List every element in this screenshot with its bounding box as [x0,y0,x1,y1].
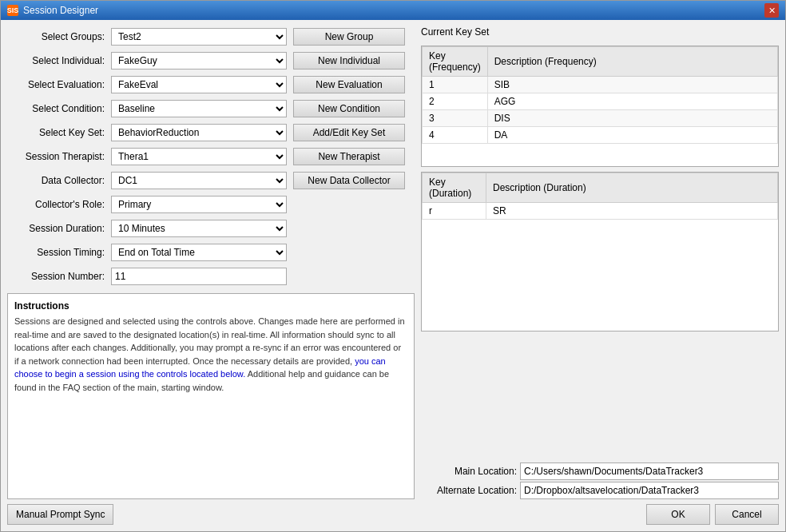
main-content: Select Groups: Test2 New Group Select In… [7,26,779,499]
dur-desc-header: Description (Duration) [486,173,778,203]
left-panel: Select Groups: Test2 New Group Select In… [7,26,415,499]
session-therapist-dropdown[interactable]: Thera1 [111,148,287,165]
instructions-text-body: Sessions are designed and selected using… [14,316,405,392]
select-evaluation-row: Select Evaluation: FakeEval New Evaluati… [7,74,415,95]
instructions-box: Instructions Sessions are designed and s… [7,293,415,499]
instructions-text: Sessions are designed and selected using… [14,315,407,394]
alternate-location-label: Alternate Location: [421,485,517,496]
select-individual-label: Select Individual: [7,55,111,66]
session-number-row: Session Number: [7,266,415,287]
alternate-location-row: Alternate Location: D:/Dropbox/altsavelo… [421,482,779,499]
freq-key-1: 1 [423,77,488,93]
session-duration-dropdown[interactable]: 10 Minutes [111,220,287,237]
table-row: 1 SIB [423,77,778,93]
session-timing-label: Session Timing: [7,247,111,258]
session-timing-dropdown[interactable]: End on Total Time [111,244,287,261]
title-bar: SIS Session Designer ✕ [1,1,785,20]
select-keyset-label: Select Key Set: [7,127,111,138]
cancel-button[interactable]: Cancel [715,504,779,525]
data-collector-label: Data Collector: [7,175,111,186]
select-condition-row: Select Condition: Baseline New Condition [7,98,415,119]
data-collector-row: Data Collector: DC1 New Data Collector [7,170,415,191]
collectors-role-dropdown[interactable]: Primary [111,196,287,213]
title-bar-left: SIS Session Designer [7,5,98,16]
select-condition-dropdown[interactable]: Baseline [111,100,287,117]
freq-desc-header: Description (Frequency) [487,47,777,77]
locations-section: Main Location: C:/Users/shawn/Documents/… [421,461,779,499]
select-groups-label: Select Groups: [7,31,111,42]
ok-cancel-group: OK Cancel [646,504,779,525]
select-individual-dropdown[interactable]: FakeGuy [111,52,287,69]
select-keyset-dropdown[interactable]: BehaviorReduction [111,124,287,141]
collectors-role-label: Collector's Role: [7,199,111,210]
table-row: 3 DIS [423,110,778,127]
session-duration-label: Session Duration: [7,223,111,234]
freq-desc-2: AGG [487,93,777,110]
frequency-key-table: Key (Frequency) Description (Frequency) … [421,46,779,167]
select-condition-label: Select Condition: [7,103,111,114]
alternate-location-value: D:/Dropbox/altsavelocation/DataTracker3 [520,482,779,499]
window-body: Select Groups: Test2 New Group Select In… [1,20,785,531]
freq-desc-1: SIB [487,77,777,93]
select-groups-row: Select Groups: Test2 New Group [7,26,415,47]
close-button[interactable]: ✕ [764,3,779,18]
session-designer-window: SIS Session Designer ✕ Select Groups: Te… [0,0,786,532]
main-location-row: Main Location: C:/Users/shawn/Documents/… [421,463,779,480]
collectors-role-row: Collector's Role: Primary [7,194,415,215]
app-icon: SIS [7,5,18,16]
new-condition-button[interactable]: New Condition [293,100,405,117]
freq-key-3: 3 [423,110,488,127]
right-panel: Current Key Set Key (Frequency) Descript… [421,26,779,499]
session-therapist-label: Session Therapist: [7,151,111,162]
session-therapist-row: Session Therapist: Thera1 New Therapist [7,146,415,167]
duration-key-table: Key (Duration) Description (Duration) r … [421,172,779,332]
new-evaluation-button[interactable]: New Evaluation [293,76,405,93]
new-group-button[interactable]: New Group [293,28,405,46]
main-location-label: Main Location: [421,466,517,477]
freq-desc-4: DA [487,127,777,144]
add-edit-keyset-button[interactable]: Add/Edit Key Set [293,124,405,141]
instructions-title: Instructions [14,300,407,312]
window-title: Session Designer [23,5,98,16]
dur-key-r: r [423,203,486,220]
table-row: 4 DA [423,127,778,144]
session-duration-row: Session Duration: 10 Minutes [7,218,415,239]
session-number-input[interactable] [111,268,287,285]
select-groups-dropdown[interactable]: Test2 [111,28,287,46]
new-individual-button[interactable]: New Individual [293,52,405,69]
new-data-collector-button[interactable]: New Data Collector [293,172,405,189]
right-spacer [421,336,779,456]
session-timing-row: Session Timing: End on Total Time [7,242,415,263]
select-individual-row: Select Individual: FakeGuy New Individua… [7,50,415,71]
freq-key-header: Key (Frequency) [423,47,488,77]
freq-key-2: 2 [423,93,488,110]
session-number-label: Session Number: [7,271,111,282]
current-key-set-label: Current Key Set [421,26,779,38]
select-evaluation-dropdown[interactable]: FakeEval [111,76,287,93]
table-row: 2 AGG [423,93,778,110]
data-collector-dropdown[interactable]: DC1 [111,172,287,189]
footer: Manual Prompt Sync OK Cancel [7,504,779,525]
ok-button[interactable]: OK [646,504,710,525]
select-keyset-row: Select Key Set: BehaviorReduction Add/Ed… [7,122,415,143]
manual-prompt-sync-button[interactable]: Manual Prompt Sync [7,504,113,525]
instructions-link: you can choose to begin a session using … [14,356,386,379]
freq-desc-3: DIS [487,110,777,127]
freq-key-4: 4 [423,127,488,144]
main-location-value: C:/Users/shawn/Documents/DataTracker3 [520,463,779,480]
dur-desc-r: SR [486,203,778,220]
table-row: r SR [423,203,778,220]
dur-key-header: Key (Duration) [423,173,486,203]
new-therapist-button[interactable]: New Therapist [293,148,405,165]
select-evaluation-label: Select Evaluation: [7,79,111,90]
